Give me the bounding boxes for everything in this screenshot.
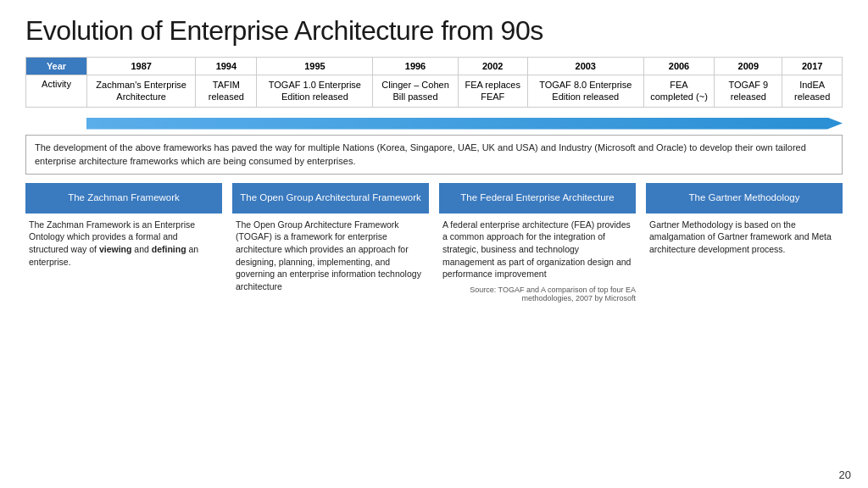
year-1987: 1987 [87, 58, 196, 75]
year-2006: 2006 [643, 58, 715, 75]
framework-fea: The Federal Enterprise Architecture A fe… [439, 183, 636, 302]
year-1994: 1994 [196, 58, 257, 75]
page-number: 20 [839, 469, 851, 481]
year-2003: 2003 [527, 58, 643, 75]
activity-label: Activity [26, 75, 87, 108]
timeline-arrow [86, 118, 843, 130]
arrow-bar-container [25, 118, 843, 130]
framework-fea-body: A federal enterprise architecture (FEA) … [439, 214, 636, 280]
year-2002: 2002 [458, 58, 527, 75]
framework-gartner: The Gartner Methodology Gartner Methodol… [646, 183, 843, 302]
page: Evolution of Enterprise Architecture fro… [0, 0, 868, 488]
year-2009: 2009 [715, 58, 782, 75]
activity-1994: TAFIM released [196, 75, 257, 108]
activity-2017: IndEA released [782, 75, 843, 108]
framework-gartner-body: Gartner Methodology is based on the amal… [646, 214, 843, 256]
framework-togaf: The Open Group Architectural Framework T… [232, 183, 429, 302]
year-header: Year [26, 58, 87, 75]
main-title: Evolution of Enterprise Architecture fro… [25, 15, 843, 47]
timeline-table: Year 1987 1994 1995 1996 2002 2003 2006 … [25, 57, 843, 108]
year-2017: 2017 [782, 58, 843, 75]
framework-zachman-body: The Zachman Framework is an Enterprise O… [25, 214, 222, 269]
framework-togaf-header: The Open Group Architectural Framework [232, 183, 429, 214]
frameworks-row: The Zachman Framework The Zachman Framew… [25, 183, 843, 302]
framework-togaf-body: The Open Group Architecture Framework (T… [232, 214, 429, 293]
activity-1996: Clinger – Cohen Bill passed [373, 75, 458, 108]
activity-2002: FEA replaces FEAF [458, 75, 527, 108]
activity-2003: TOGAF 8.0 Enterprise Edition released [527, 75, 643, 108]
activity-2009: TOGAF 9 released [715, 75, 782, 108]
framework-zachman: The Zachman Framework The Zachman Framew… [25, 183, 222, 302]
year-1996: 1996 [373, 58, 458, 75]
source-text: Source: TOGAF and A comparison of top fo… [439, 286, 636, 302]
framework-zachman-header: The Zachman Framework [25, 183, 222, 214]
year-1995: 1995 [257, 58, 373, 75]
activity-1995: TOGAF 1.0 Enterprise Edition released [257, 75, 373, 108]
activity-2006: FEA completed (~) [643, 75, 715, 108]
framework-fea-header: The Federal Enterprise Architecture [439, 183, 636, 214]
activity-1987: Zachman's Enterprise Architecture [87, 75, 196, 108]
description-text: The development of the above frameworks … [25, 135, 843, 175]
framework-gartner-header: The Gartner Methodology [646, 183, 843, 214]
